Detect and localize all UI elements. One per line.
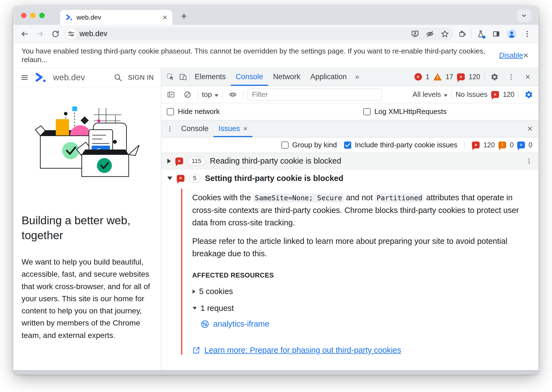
device-toolbar-button[interactable] xyxy=(177,71,189,83)
tab-application[interactable]: Application xyxy=(305,68,352,86)
issues-count[interactable]: 120 xyxy=(469,73,480,81)
minimize-window-button[interactable] xyxy=(30,13,36,18)
devtools-close-button[interactable]: × xyxy=(521,71,534,83)
site-settings-icon[interactable] xyxy=(66,28,77,39)
issues-count-icon[interactable]: × xyxy=(457,73,465,80)
drawer-tab-issues[interactable]: Issues × xyxy=(213,120,252,137)
back-button[interactable] xyxy=(18,28,31,40)
drawer-tab-console[interactable]: Console xyxy=(176,120,213,137)
inspect-element-button[interactable] xyxy=(164,71,177,83)
browser-tab[interactable]: web.dev × xyxy=(60,10,172,25)
collapse-arrow-icon[interactable] xyxy=(167,177,172,180)
drawer-menu-button[interactable] xyxy=(163,122,176,135)
devtools-settings-button[interactable] xyxy=(488,71,501,83)
more-tabs-button[interactable]: » xyxy=(352,73,362,81)
hide-network-checkbox[interactable] xyxy=(167,108,174,115)
issues-error-badge-icon: × xyxy=(472,142,480,148)
no-issues-label[interactable]: No Issues xyxy=(456,90,488,99)
cookies-toggle[interactable]: 5 cookies xyxy=(192,287,527,296)
tab-close-icon[interactable]: × xyxy=(162,13,167,22)
live-expression-eye-button[interactable] xyxy=(226,88,239,101)
warning-count[interactable]: 17 xyxy=(445,73,453,81)
issues-list: × 115 Reading third-party cookie is bloc… xyxy=(161,153,538,370)
gear-icon xyxy=(524,90,533,99)
tab-title: web.dev xyxy=(76,14,159,21)
learn-more-text[interactable]: Learn more: Prepare for phasing out thir… xyxy=(204,346,401,355)
issue-row-setting-cookie[interactable]: × 5 Setting third-party cookie is blocke… xyxy=(161,169,538,187)
issue-advice: Please refer to the article linked to le… xyxy=(192,235,527,260)
group-by-kind-control[interactable]: Group by kind xyxy=(281,141,337,149)
bookmark-star-icon[interactable] xyxy=(439,28,451,40)
log-xhr-checkbox[interactable] xyxy=(363,108,371,115)
expand-arrow-icon xyxy=(192,289,195,293)
console-settings-button[interactable] xyxy=(522,88,535,101)
reload-button[interactable] xyxy=(49,28,62,40)
experiments-flask-button[interactable] xyxy=(474,28,487,40)
code-samesite: SameSite=None; Secure xyxy=(253,193,344,202)
log-level-selector[interactable]: All levels xyxy=(413,90,448,99)
tab-search-button[interactable] xyxy=(517,9,531,22)
toolbar-issues-count[interactable]: 120 xyxy=(503,90,514,98)
forward-button[interactable] xyxy=(34,28,46,40)
requests-toggle[interactable]: 1 request xyxy=(192,304,527,313)
issue-title[interactable]: Reading third-party cookie is blocked xyxy=(210,156,341,166)
request-resource-link[interactable]: analytics-iframe xyxy=(200,319,527,329)
kebab-menu-icon xyxy=(508,73,515,81)
console-settings-row: Hide network Log XMLHttpRequests xyxy=(161,103,538,120)
issue-row-reading-cookie[interactable]: × 115 Reading third-party cookie is bloc… xyxy=(161,153,538,169)
drawer-close-button[interactable]: × xyxy=(524,122,536,135)
console-sidebar-toggle[interactable] xyxy=(165,88,177,101)
log-xhr-label[interactable]: Log XMLHttpRequests xyxy=(374,107,447,116)
issue-detail: Cookies with the SameSite=None; Secure a… xyxy=(181,189,538,355)
console-filter-input[interactable] xyxy=(247,89,382,101)
issues-count-icon[interactable]: × xyxy=(491,91,499,98)
tab-elements[interactable]: Elements xyxy=(190,68,231,86)
install-app-icon[interactable] xyxy=(409,28,421,40)
learn-more-link[interactable]: Learn more: Prepare for phasing out thir… xyxy=(192,346,527,355)
disable-link[interactable]: Disable xyxy=(499,51,523,60)
issues-error-count: 120 xyxy=(483,141,495,149)
tab-network[interactable]: Network xyxy=(268,68,305,86)
issue-title[interactable]: Setting third-party cookie is blocked xyxy=(205,174,343,183)
zoom-window-button[interactable] xyxy=(39,13,45,18)
error-count[interactable]: 1 xyxy=(426,73,430,81)
profile-avatar[interactable] xyxy=(505,28,518,40)
issue-row-menu-button[interactable] xyxy=(526,158,532,164)
hamburger-menu-icon[interactable] xyxy=(20,73,29,82)
flask-notification-dot xyxy=(482,36,485,39)
drawer-tab-bar: Console Issues × × xyxy=(161,120,538,137)
clear-console-button[interactable] xyxy=(181,88,194,101)
notification-close-icon[interactable]: × xyxy=(523,50,529,61)
url-text[interactable]: web.dev xyxy=(80,30,406,38)
sign-in-button[interactable]: SIGN IN xyxy=(128,74,154,81)
hide-network-label[interactable]: Hide network xyxy=(178,107,220,116)
chevron-down-icon xyxy=(215,94,218,97)
close-issues-tab-icon[interactable]: × xyxy=(243,124,247,133)
chevron-down-icon xyxy=(521,12,528,19)
include-third-party-checkbox[interactable] xyxy=(344,142,351,149)
eye-blocked-icon[interactable] xyxy=(424,28,436,40)
search-icon[interactable] xyxy=(113,73,122,82)
expand-arrow-icon[interactable] xyxy=(167,159,171,164)
tab-console[interactable]: Console xyxy=(231,68,268,86)
close-window-button[interactable] xyxy=(21,13,27,18)
browser-menu-button[interactable] xyxy=(521,28,533,40)
webdev-logo-icon[interactable] xyxy=(34,73,47,82)
extensions-button[interactable] xyxy=(456,28,469,40)
webdev-page: web.dev SIGN IN xyxy=(13,68,161,370)
side-panel-button[interactable] xyxy=(490,28,503,40)
new-tab-button[interactable]: + xyxy=(178,10,190,22)
description-text: and not xyxy=(344,193,375,202)
request-link-text[interactable]: analytics-iframe xyxy=(213,319,269,329)
error-count-icon[interactable]: × xyxy=(414,73,422,81)
context-value: top xyxy=(202,90,212,99)
url-bar[interactable]: web.dev xyxy=(65,28,453,40)
group-by-kind-checkbox[interactable] xyxy=(281,142,289,149)
code-partitioned: Partitioned xyxy=(375,193,424,202)
external-link-icon xyxy=(192,346,200,354)
context-selector[interactable]: top xyxy=(202,90,218,99)
include-third-party-control[interactable]: Include third-party cookie issues xyxy=(344,141,457,149)
warning-count-icon[interactable]: ! xyxy=(433,73,442,81)
site-brand[interactable]: web.dev xyxy=(53,73,85,82)
devtools-menu-button[interactable] xyxy=(505,71,517,83)
